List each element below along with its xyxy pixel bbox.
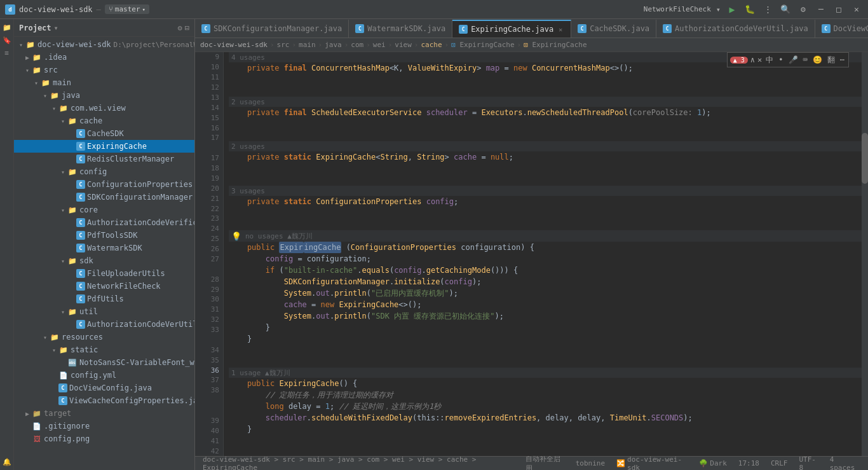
tab-sdkconfigmanager[interactable]: C SDKConfigurationManager.java	[195, 20, 349, 38]
branch-badge[interactable]: ⑂ master ▾	[105, 4, 149, 14]
tree-item-viewcacheconfig[interactable]: C ViewCacheConfigProperties.java	[14, 394, 194, 407]
breadcrumb-wei[interactable]: wei	[373, 41, 386, 49]
breadcrumb-src[interactable]: src	[277, 41, 290, 49]
tree-item-java[interactable]: ▾ 📁 java	[14, 89, 194, 102]
project-view-icon[interactable]: 📁	[1, 22, 13, 33]
ime-mic-btn[interactable]: 🎤	[787, 55, 799, 64]
gitignore-label: .gitignore	[44, 422, 90, 431]
breadcrumb-cache[interactable]: cache	[421, 41, 442, 49]
tree-item-authverutil[interactable]: C AuthorizationCodeVerUtil	[14, 318, 194, 331]
more-actions-button[interactable]: ⋮	[761, 3, 774, 16]
debug-button[interactable]: 🐛	[743, 3, 756, 16]
breadcrumb-view[interactable]: view	[395, 41, 412, 49]
tree-item-font[interactable]: 🔤 NotoSansSC-VariableFont_wght.ttf	[14, 356, 194, 369]
tab-expiringcache[interactable]: C ExpiringCache.java ✕	[452, 20, 571, 38]
breadcrumb-expiringcache-file[interactable]: ⊡ ExpiringCache	[451, 41, 514, 49]
window-close-button[interactable]: ✕	[850, 3, 863, 16]
collapse-icon[interactable]: ∧	[750, 55, 755, 64]
tree-item-redis[interactable]: C RedisClusterManager	[14, 153, 194, 165]
tree-item-cachesdk[interactable]: C CacheSDK	[14, 127, 194, 140]
tree-item-sdkconfig[interactable]: C SDKConfigurationManager	[14, 191, 194, 204]
tree-item-expiringcache[interactable]: C ExpiringCache	[14, 140, 194, 153]
tree-item-com-wei-view[interactable]: ▾ 📁 com.wei.view	[14, 102, 194, 114]
line-29: 24	[195, 224, 223, 234]
field-config-24: config	[445, 276, 472, 287]
tree-item-cache[interactable]: ▾ 📁 cache	[14, 114, 194, 127]
tree-item-configpng[interactable]: 🖼 config.png	[14, 432, 194, 445]
tree-item-idea[interactable]: ▶ 📁 .idea	[14, 51, 194, 64]
status-line-col[interactable]: 17:18	[736, 459, 762, 467]
ime-dot-btn[interactable]: •	[777, 55, 784, 64]
bookmark-icon[interactable]: 🔖	[1, 34, 13, 46]
breadcrumb-expiringcache-class[interactable]: ⊡ ExpiringCache	[524, 41, 587, 49]
tab-close-expiring[interactable]: ✕	[557, 25, 564, 33]
line-24: 19	[195, 174, 223, 184]
tab-authcode[interactable]: C AuthorizationCodeVerUtil.java	[656, 20, 815, 38]
field-config-22: config	[229, 253, 293, 265]
notification-icon[interactable]: 🔔	[1, 456, 13, 467]
tree-item-networkfilecheck[interactable]: C NetworkFileCheck	[14, 280, 194, 293]
scrollbar-thumb[interactable]	[862, 133, 868, 184]
ime-keyboard-btn[interactable]: ⌨	[802, 55, 809, 64]
tree-item-fileupload[interactable]: C FileUploaderUtils	[14, 267, 194, 280]
line-49: 39	[195, 416, 223, 426]
tree-item-root[interactable]: ▾ 📁 doc-view-wei-sdk D:\project\Personal…	[14, 38, 194, 51]
tree-item-gitignore[interactable]: 📄 .gitignore	[14, 420, 194, 432]
generic-9c: <>();	[610, 62, 633, 74]
status-branch-indicator[interactable]: 🔀 doc-view-wei-sdk	[614, 455, 690, 471]
tree-item-watermark[interactable]: C WatermarkSDK	[14, 242, 194, 254]
tree-item-main[interactable]: ▾ 📁 main	[14, 76, 194, 89]
status-project-path[interactable]: doc-view-wei-sdk > src > main > java > c…	[200, 455, 523, 471]
project-chevron[interactable]: ▾	[54, 24, 58, 32]
network-file-check-label[interactable]: NetworkFileCheck	[644, 5, 711, 13]
status-encoding[interactable]: UTF-8	[796, 455, 820, 471]
run-button[interactable]: ▶	[726, 3, 738, 16]
param-hint: corePoolSize:	[633, 107, 697, 118]
search-everywhere-button[interactable]: 🔍	[779, 3, 792, 16]
tree-item-authcode[interactable]: C AuthorizationCodeVerification	[14, 216, 194, 229]
editor-scrollbar[interactable]	[862, 52, 868, 456]
line-15: 15	[195, 113, 223, 123]
status-line-ending[interactable]: CRLF	[768, 459, 790, 467]
tab-docview[interactable]: C DocViewConfig.java	[815, 20, 868, 38]
chevron-down-icon[interactable]: ▾	[716, 5, 721, 14]
tree-item-configyml[interactable]: 📄 config.yml	[14, 369, 194, 382]
ime-translate-btn[interactable]: 翻	[826, 55, 836, 66]
structure-icon[interactable]: ≡	[1, 47, 13, 59]
settings-button[interactable]: ⚙	[797, 3, 810, 16]
breadcrumb-root[interactable]: doc-view-wei-sdk	[200, 41, 268, 49]
ime-emoji-btn[interactable]: 😊	[811, 55, 824, 64]
code-line-12: private final ScheduledExecutorService s…	[229, 107, 868, 118]
config-folder-label: config	[79, 167, 107, 176]
tree-item-src[interactable]: ▾ 📁 src	[14, 64, 194, 76]
breadcrumb-com[interactable]: com	[351, 41, 363, 49]
status-indent[interactable]: 4 spaces	[827, 455, 863, 471]
status-tree-indicator[interactable]: 🌳 Dark	[696, 459, 729, 467]
tree-item-target[interactable]: ▶ 📁 target	[14, 407, 194, 420]
tree-item-configprops[interactable]: C ConfigurationProperties	[14, 178, 194, 191]
tree-item-static[interactable]: ▾ 📁 static	[14, 343, 194, 356]
tab-java-icon-expiring: C	[459, 25, 468, 34]
tree-item-config-folder[interactable]: ▾ 📁 config	[14, 165, 194, 178]
expand-collapse-icon[interactable]: ⊟	[185, 24, 189, 32]
ime-more-btn[interactable]: ⋯	[839, 55, 846, 64]
code-editor[interactable]: 4 usages private final ConcurrentHashMap…	[224, 52, 868, 456]
status-ime[interactable]: 自动补全启用	[523, 454, 566, 471]
tree-item-docviewconfig[interactable]: C DocViewConfig.java	[14, 382, 194, 394]
window-minimize-button[interactable]: ─	[815, 3, 827, 16]
breadcrumb-java[interactable]: java	[325, 41, 342, 49]
tree-item-core-folder[interactable]: ▾ 📁 core	[14, 204, 194, 216]
cog-icon[interactable]: ⚙	[178, 24, 182, 32]
window-maximize-button[interactable]: □	[832, 3, 845, 16]
tree-item-sdk-folder[interactable]: ▾ 📁 sdk	[14, 254, 194, 267]
tab-cachesdk[interactable]: C CacheSDK.java	[571, 20, 656, 38]
tree-item-pdfutils[interactable]: C PdfUtils	[14, 293, 194, 305]
close-ime-icon[interactable]: ✕	[757, 55, 762, 64]
ime-chinese-btn[interactable]: 中	[764, 55, 775, 66]
tree-item-util-folder[interactable]: ▾ 📁 util	[14, 305, 194, 318]
tree-item-resources[interactable]: ▾ 📁 resources	[14, 331, 194, 343]
status-plugin[interactable]: tobnine	[573, 459, 607, 467]
breadcrumb-main[interactable]: main	[299, 41, 316, 49]
tree-item-pdftools[interactable]: C PdfToolsSDK	[14, 229, 194, 242]
tab-watermarksdk[interactable]: C WatermarkSDK.java	[349, 20, 452, 38]
